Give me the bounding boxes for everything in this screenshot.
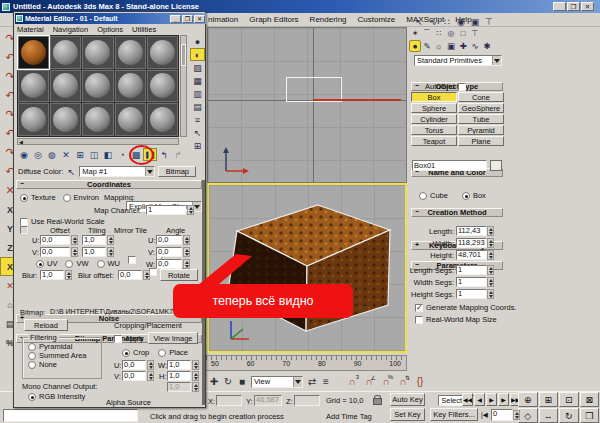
v-offset-field[interactable]: 0,0 — [40, 247, 70, 257]
systems-category-icon[interactable]: ✱ — [481, 40, 493, 52]
material-id-channel-icon[interactable]: ◧ — [101, 148, 115, 161]
geometry-category-icon[interactable]: ● — [409, 40, 421, 52]
align-tool-icon[interactable]: ≡ — [319, 375, 333, 388]
reload-button[interactable]: Reload — [24, 319, 68, 331]
close-button[interactable]: ✕ — [581, 2, 594, 11]
pick-map-icon[interactable]: ↖ — [66, 165, 76, 178]
zoom-all-icon[interactable]: ⊞ — [539, 392, 559, 407]
spinner[interactable] — [183, 259, 190, 269]
make-preview-icon[interactable]: ▤ — [190, 100, 205, 113]
use-real-world-checkbox[interactable] — [20, 218, 28, 226]
slots-horizontal-scrollbar[interactable]: ◀ — [17, 138, 179, 145]
sample-slot[interactable] — [147, 70, 178, 103]
creation-method-rollout[interactable]: − Creation Method — [411, 208, 503, 217]
u-offset-field[interactable]: 0,0 — [40, 235, 70, 245]
blur-field[interactable]: 1,0 — [40, 270, 64, 280]
display-tab-icon[interactable]: □ — [457, 28, 469, 39]
menu-item[interactable]: Utilities — [132, 25, 156, 34]
go-to-start-icon[interactable]: ◀◀ — [462, 393, 473, 406]
select-and-move-icon[interactable]: ✚ — [207, 375, 221, 388]
map-channel-field[interactable]: 1 — [146, 205, 186, 215]
background-icon[interactable]: ▨ — [190, 61, 205, 74]
object-color-swatch[interactable] — [490, 160, 502, 171]
zoom-icon[interactable]: ⊕ — [518, 392, 538, 407]
sample-slot[interactable] — [82, 36, 113, 69]
uv-radio[interactable] — [36, 260, 44, 268]
rgb-intensity-radio[interactable] — [28, 393, 36, 401]
parameter-field[interactable]: 48,701 — [456, 250, 487, 260]
slots-vertical-scrollbar[interactable] — [180, 35, 187, 137]
w-angle-field[interactable]: 0,0 — [156, 259, 182, 269]
dropdown-arrow-icon[interactable] — [145, 167, 154, 176]
spinner[interactable] — [487, 238, 494, 248]
cube-radio[interactable] — [419, 192, 427, 200]
zoom-extents-icon[interactable]: ⊡ — [559, 392, 579, 407]
spinner[interactable] — [487, 226, 494, 236]
spinner[interactable] — [192, 382, 199, 392]
crop-v-field[interactable]: 0,0 — [122, 371, 146, 381]
u-angle-field[interactable]: 0,0 — [156, 235, 182, 245]
real-world-checkbox[interactable] — [415, 316, 423, 324]
filter-radio[interactable] — [28, 343, 36, 351]
keyboard-override-icon[interactable]: {} — [413, 375, 427, 388]
angle-snap-icon[interactable]: ∩∠ — [362, 375, 376, 388]
filter-radio[interactable] — [28, 361, 36, 369]
show-map-on-back-checkbox[interactable] — [20, 226, 28, 234]
u-tiling-field[interactable]: 1,0 — [82, 235, 106, 245]
auto-key-button[interactable]: Auto Key — [390, 393, 425, 406]
sample-slot[interactable] — [50, 70, 81, 103]
set-key-button[interactable]: Set Key — [390, 408, 425, 421]
spinner[interactable] — [107, 235, 114, 245]
play-icon[interactable]: ▶ — [486, 393, 497, 406]
previous-frame-icon[interactable]: ◀ — [474, 393, 485, 406]
material-editor-titlebar[interactable]: Material Editor - 01 - Default _❐✕ — [15, 13, 206, 24]
add-time-tag[interactable]: Add Time Tag — [326, 412, 372, 421]
sample-slot[interactable] — [82, 70, 113, 103]
parameter-field[interactable]: 118,293 — [456, 238, 487, 248]
pan-icon[interactable]: ↔ — [539, 408, 559, 423]
crop-h-field[interactable]: 1,0 — [167, 371, 191, 381]
sample-uv-tiling-icon[interactable]: ▦ — [190, 74, 205, 87]
backlight-icon[interactable]: ◐ — [190, 48, 205, 61]
coordinates-rollout[interactable]: − Coordinates — [16, 180, 202, 189]
generate-mapping-checkbox[interactable] — [415, 304, 423, 312]
spinner[interactable] — [183, 247, 190, 257]
go-to-parent-icon[interactable]: ↰ — [157, 148, 171, 161]
spinner[interactable] — [487, 265, 494, 275]
crop-radio[interactable] — [122, 349, 130, 357]
sample-slot[interactable] — [18, 36, 49, 69]
spinner-snap-icon[interactable]: ∩⇅ — [396, 375, 410, 388]
v-angle-field[interactable]: 0,0 — [156, 247, 182, 257]
minimize-button[interactable]: _ — [553, 2, 566, 11]
menu-item[interactable]: Rendering — [310, 15, 347, 24]
spinner[interactable] — [487, 277, 494, 287]
close-button[interactable]: ✕ — [194, 15, 205, 23]
dropdown-arrow-icon[interactable] — [293, 377, 302, 387]
mirror-tool-icon[interactable]: ⇄ — [305, 375, 319, 388]
object-type-button[interactable]: Torus — [411, 125, 457, 135]
z-field[interactable] — [294, 395, 320, 406]
select-and-scale-icon[interactable]: ■ — [235, 375, 249, 388]
next-frame-icon[interactable]: ▶ — [498, 393, 509, 406]
object-type-button[interactable]: Tube — [458, 114, 504, 124]
spinner[interactable] — [71, 235, 78, 245]
object-type-button[interactable]: Teapot — [411, 136, 457, 146]
cameras-category-icon[interactable]: ▣ — [445, 40, 457, 52]
spinner[interactable] — [107, 247, 114, 257]
snap-toggle-3d-icon[interactable]: ∩3 — [345, 375, 359, 388]
map-type-button[interactable]: Bitmap — [158, 166, 196, 177]
helpers-category-icon[interactable]: ✚ — [457, 40, 469, 52]
spinner[interactable] — [192, 360, 199, 370]
motion-tab-icon[interactable]: ◎ — [445, 28, 457, 39]
v-tiling-field[interactable]: 1,0 — [82, 247, 106, 257]
view-image-button[interactable]: View Image — [148, 332, 198, 344]
spinner[interactable] — [65, 270, 72, 280]
object-type-button[interactable]: Sphere — [411, 103, 457, 113]
frame-spinner[interactable] — [513, 410, 520, 420]
sample-slot[interactable] — [50, 103, 81, 136]
utilities-tab-icon[interactable]: ⊤ — [469, 28, 481, 39]
restore-button[interactable]: ❐ — [567, 2, 580, 11]
sample-slot[interactable] — [18, 103, 49, 136]
percent-snap-icon[interactable]: ∩% — [379, 375, 393, 388]
primitives-dropdown[interactable]: Standard Primitives — [414, 55, 502, 66]
